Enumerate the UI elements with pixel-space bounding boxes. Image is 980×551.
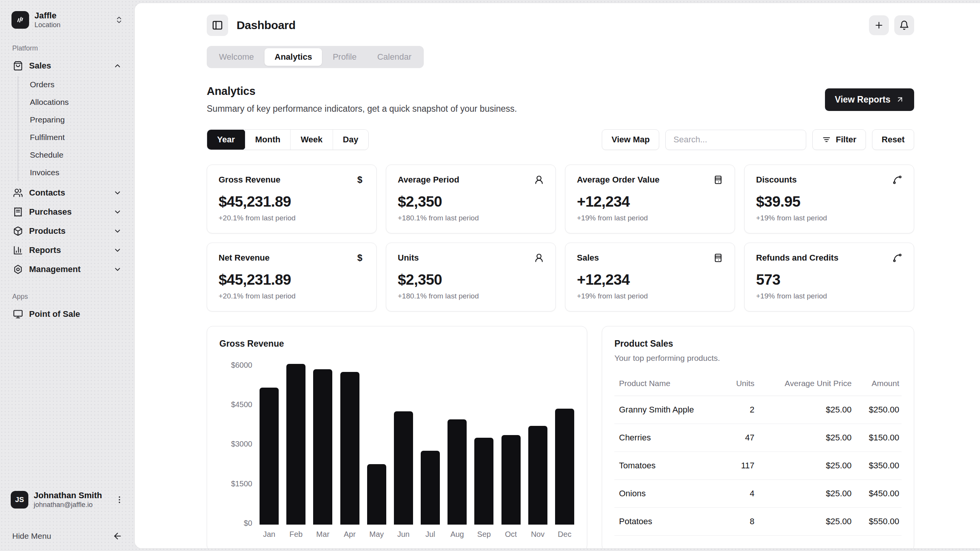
sidebar-item-orders[interactable]: Orders	[27, 76, 126, 93]
tab-analytics[interactable]: Analytics	[265, 48, 322, 66]
product-sales-card: Product Sales Your top performing produc…	[602, 326, 914, 548]
period-week-button[interactable]: Week	[290, 130, 332, 150]
bar-column-jul	[420, 362, 440, 525]
column-header: Units	[725, 373, 756, 396]
chevron-down-icon	[113, 227, 122, 235]
analytics-header: Analytics Summary of key performance ind…	[207, 85, 914, 114]
sidebar-item-management[interactable]: Management	[9, 260, 126, 279]
plus-icon	[874, 20, 884, 30]
cell-units: 2	[725, 396, 756, 424]
bar-sep	[474, 438, 493, 525]
sidebar-item-invoices[interactable]: Invoices	[27, 164, 126, 181]
bar-mar	[313, 369, 332, 525]
chevron-down-icon	[113, 208, 122, 216]
cell-amount: $150.00	[854, 424, 902, 452]
spline-icon	[892, 253, 902, 263]
page-title: Dashboard	[237, 19, 296, 32]
hide-menu-button[interactable]: Hide Menu	[9, 529, 126, 543]
sidebar-item-contacts[interactable]: Contacts	[9, 183, 126, 202]
reset-button[interactable]: Reset	[872, 129, 914, 150]
reset-label: Reset	[882, 135, 905, 145]
kpi-value: +12,234	[577, 193, 723, 210]
user-menu[interactable]: JS Johnathan Smith johnathan@jaffle.io	[9, 488, 126, 511]
sidebar-item-label: Purchases	[29, 207, 107, 217]
kpi-grid: Gross Revenue $ $45,231.89 +20.1% from l…	[207, 165, 914, 311]
sidebar-toggle-button[interactable]	[207, 15, 228, 36]
period-month-button[interactable]: Month	[245, 130, 291, 150]
gross-revenue-chart-card: Gross Revenue $0$1500$3000$4500$6000 Jan…	[207, 326, 587, 548]
x-axis-label: Aug	[447, 530, 467, 539]
cell-units: 117	[725, 452, 756, 480]
bar-may	[367, 464, 386, 525]
cell-product-name: Granny Smith Apple	[614, 396, 725, 424]
hide-menu-label: Hide Menu	[12, 531, 51, 541]
chevron-down-icon	[113, 246, 122, 254]
sidebar-item-label: Reports	[29, 245, 107, 255]
x-axis-label: Feb	[286, 530, 306, 539]
chevrons-up-down-icon	[115, 16, 123, 24]
view-map-button[interactable]: View Map	[602, 129, 659, 150]
receipt-icon	[13, 207, 23, 217]
bar-chart: $0$1500$3000$4500$6000 JanFebMarAprMayJu…	[219, 362, 575, 539]
arrow-up-right-icon	[896, 95, 904, 104]
period-year-button[interactable]: Year	[207, 129, 245, 150]
table-row: Potatoes 8 $25.00 $550.00	[614, 508, 902, 536]
cell-avg-unit-price: $25.00	[757, 396, 854, 424]
sidebar-item-allocations[interactable]: Allocations	[27, 94, 126, 111]
table-row: Onions 4 $25.00 $450.00	[614, 480, 902, 508]
sidebar-item-schedule[interactable]: Schedule	[27, 147, 126, 163]
sidebar-item-preparing[interactable]: Preparing	[27, 111, 126, 128]
view-reports-button[interactable]: View Reports	[825, 88, 914, 111]
y-axis-label: $6000	[219, 361, 252, 370]
filter-row: Year Month Week Day View Map Filter Rese…	[207, 129, 914, 150]
kpi-card-sales: Sales +12,234 +19% from last period	[565, 243, 735, 311]
kpi-delta: +19% from last period	[577, 292, 723, 300]
filter-button[interactable]: Filter	[812, 129, 866, 150]
bar-column-may	[367, 362, 387, 525]
sidebar-item-point-of-sale[interactable]: Point of Sale	[9, 305, 126, 324]
wallet-icon	[713, 253, 723, 263]
sidebar-item-fulfilment[interactable]: Fulfilment	[27, 129, 126, 146]
bar-column-mar	[313, 362, 333, 525]
kpi-value: $45,231.89	[219, 271, 365, 288]
more-vertical-icon[interactable]	[115, 495, 124, 504]
kpi-value: 573	[756, 271, 902, 288]
sidebar: Jaffle Location Platform Sales Orders Al…	[0, 0, 135, 551]
jaffle-logo	[11, 11, 29, 29]
kpi-delta: +20.1% from last period	[219, 292, 365, 300]
column-header: Amount	[854, 373, 902, 396]
analytics-title: Analytics	[207, 85, 517, 98]
sidebar-item-label: Contacts	[29, 188, 107, 198]
org-switcher[interactable]: Jaffle Location	[9, 9, 126, 31]
sidebar-item-purchases[interactable]: Purchases	[9, 202, 126, 222]
search-input[interactable]	[665, 130, 806, 150]
sidebar-item-label: Point of Sale	[29, 309, 122, 319]
bar-chart-icon	[13, 245, 23, 255]
kpi-card-units: Units $2,350 +180.1% from last period	[386, 243, 556, 311]
bar-column-oct	[501, 362, 521, 525]
x-axis-label: Jul	[420, 530, 440, 539]
sidebar-item-reports[interactable]: Reports	[9, 241, 126, 260]
tab-profile[interactable]: Profile	[323, 48, 366, 66]
product-sales-title: Product Sales	[614, 339, 902, 349]
sidebar-item-label: Products	[29, 226, 107, 236]
period-day-button[interactable]: Day	[333, 130, 368, 150]
bar-aug	[448, 419, 467, 525]
bar-column-feb	[286, 362, 306, 525]
kpi-value: $39.95	[756, 193, 902, 210]
add-button[interactable]	[869, 15, 889, 35]
sidebar-item-sales[interactable]: Sales	[9, 56, 126, 75]
cell-amount: $350.00	[854, 452, 902, 480]
y-axis-label: $4500	[219, 400, 252, 409]
tab-welcome[interactable]: Welcome	[209, 48, 264, 66]
cell-avg-unit-price: $25.00	[757, 508, 854, 536]
tab-calendar[interactable]: Calendar	[367, 48, 421, 66]
kpi-delta: +180.1% from last period	[398, 292, 544, 300]
sidebar-item-products[interactable]: Products	[9, 222, 126, 241]
table-row: Tomatoes 117 $25.00 $350.00	[614, 452, 902, 480]
x-axis-label: May	[367, 530, 387, 539]
sidebar-item-label: Sales	[29, 61, 107, 71]
filter-lines-icon	[822, 135, 831, 144]
bar-apr	[340, 372, 359, 525]
notifications-button[interactable]	[894, 15, 914, 35]
